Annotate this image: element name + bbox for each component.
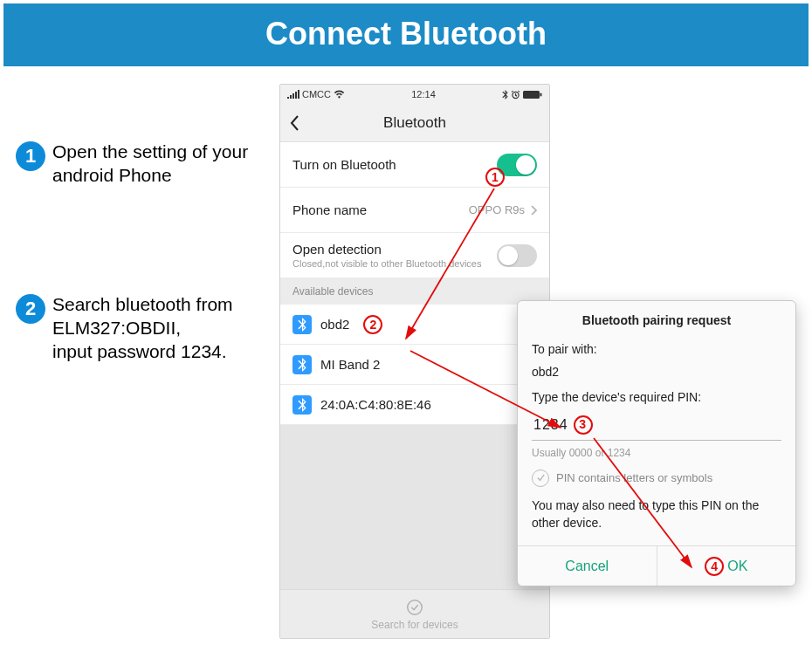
page-banner: Connect Bluetooth (3, 3, 809, 66)
footer-label: Search for devices (371, 619, 458, 631)
row-label: Open detection (292, 242, 481, 257)
pin-hint: Usually 0000 or 1234 (532, 446, 781, 461)
device-name: MI Band 2 (320, 357, 380, 372)
alarm-icon (511, 90, 520, 99)
step-number-badge: 2 (16, 294, 45, 324)
phone-mockup: CMCC 12:14 Bluetooth Turn on Bluetooth P… (279, 84, 550, 639)
dialog-title: Bluetooth pairing request (518, 301, 795, 336)
back-icon[interactable] (289, 114, 301, 132)
settings-list: Turn on Bluetooth Phone name OPPO R9s Op… (280, 142, 549, 278)
battery-icon (523, 90, 542, 99)
pairing-dialog: Bluetooth pairing request To pair with: … (517, 300, 796, 586)
device-row-miband[interactable]: MI Band 2 (280, 345, 549, 385)
device-name: 24:0A:C4:80:8E:46 (320, 397, 431, 412)
annotation-circle-4: 4 (705, 557, 724, 576)
device-row-obd2[interactable]: obd2 2 (280, 305, 549, 345)
svg-rect-2 (540, 93, 542, 96)
svg-rect-1 (523, 91, 540, 99)
ok-button[interactable]: 4 OK (657, 546, 796, 586)
step-number-badge: 1 (16, 141, 45, 171)
row-open-detection[interactable]: Open detection Closed,not visible to oth… (280, 233, 549, 278)
step-text: Search bluetooth from ELM327:OBDII, inpu… (52, 292, 269, 364)
wifi-icon (334, 90, 345, 99)
pin-value: 1234 (533, 415, 568, 435)
row-phone-name[interactable]: Phone name OPPO R9s (280, 188, 549, 233)
dialog-note: You may also need to type this PIN on th… (532, 497, 781, 531)
phone-empty-area (280, 425, 549, 589)
refresh-icon (405, 598, 424, 617)
phone-name-value: OPPO R9s (469, 203, 525, 216)
svg-point-3 (408, 600, 423, 614)
row-label: Turn on Bluetooth (292, 157, 396, 172)
row-turn-on-bluetooth[interactable]: Turn on Bluetooth (280, 142, 549, 188)
instruction-step-2: 2 Search bluetooth from ELM327:OBDII, in… (16, 292, 269, 364)
row-label: Phone name (292, 202, 367, 217)
carrier-label: CMCC (302, 89, 331, 99)
annotation-circle-1: 1 (485, 168, 505, 187)
annotation-circle-3: 3 (574, 415, 593, 435)
row-sublabel: Closed,not visible to other Bluetooth de… (292, 258, 481, 269)
bluetooth-status-icon (502, 90, 508, 99)
device-name: obd2 (320, 317, 349, 332)
available-devices-header: Available devices (280, 278, 549, 305)
pin-letters-checkbox-row[interactable]: PIN contains letters or symbols (532, 470, 781, 487)
signal-icon (287, 90, 299, 99)
to-pair-value: obd2 (532, 364, 781, 381)
device-row-mac[interactable]: 24:0A:C4:80:8E:46 (280, 385, 549, 425)
step-text: Open the setting of your android Phone (52, 140, 269, 188)
pin-input[interactable]: 1234 3 (532, 412, 781, 441)
pin-prompt: Type the device's required PIN: (532, 389, 781, 407)
bluetooth-icon (292, 315, 312, 334)
bluetooth-icon (292, 395, 312, 415)
to-pair-label: To pair with: (532, 341, 781, 359)
status-bar: CMCC 12:14 (280, 85, 549, 104)
detection-toggle[interactable] (497, 244, 537, 267)
search-devices-button[interactable]: Search for devices (280, 589, 549, 638)
bluetooth-icon (292, 355, 312, 374)
checkbox-label: PIN contains letters or symbols (556, 470, 712, 486)
clock-label: 12:14 (411, 89, 436, 99)
nav-title: Bluetooth (280, 114, 549, 132)
instructions-panel: 1 Open the setting of your android Phone… (16, 140, 269, 468)
instruction-step-1: 1 Open the setting of your android Phone (16, 140, 269, 188)
checkbox-icon (532, 470, 549, 487)
chevron-right-icon (530, 205, 537, 216)
nav-bar: Bluetooth (280, 104, 549, 142)
ok-label: OK (727, 559, 747, 574)
annotation-circle-2: 2 (363, 315, 382, 334)
cancel-button[interactable]: Cancel (518, 546, 657, 586)
